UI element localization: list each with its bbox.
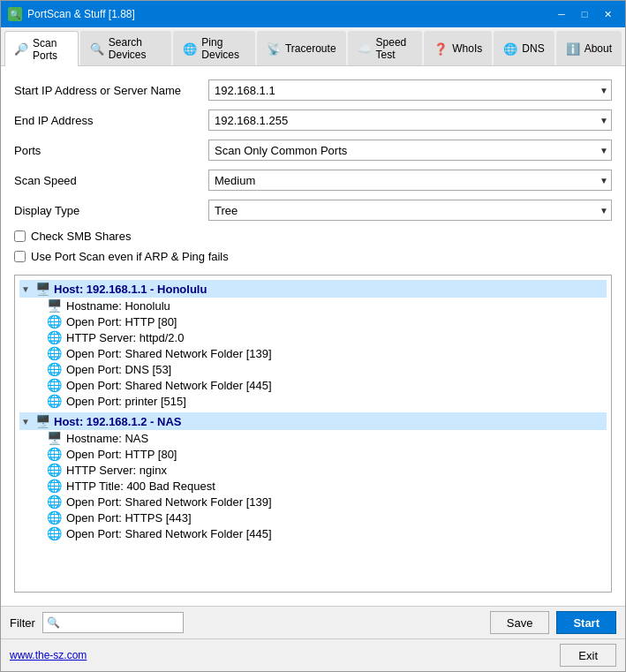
scan-speed-select[interactable]: Medium (208, 170, 612, 191)
start-button[interactable]: Start (556, 611, 616, 634)
whois-icon: ❓ (434, 42, 448, 56)
item-text: HTTP Server: nginx (66, 464, 167, 477)
scan-speed-row: Scan Speed Medium ▼ (14, 170, 612, 191)
title-bar-left: 🔍 PortScan & Stuff [1.88] (8, 7, 135, 21)
item-text: Hostname: Honolulu (66, 299, 170, 313)
list-item: 🌐 Open Port: Shared Network Folder [139] (44, 345, 607, 361)
tree-host-2-children: 🖥️ Hostname: NAS 🌐 Open Port: HTTP [80] … (44, 430, 607, 541)
exit-button[interactable]: Exit (560, 644, 616, 667)
list-item: 🌐 HTTP Server: httpd/2.0 (44, 329, 607, 345)
tab-whois-label: WhoIs (452, 42, 482, 55)
list-item: 🌐 Open Port: HTTP [80] (44, 446, 607, 462)
maximize-button[interactable]: □ (574, 5, 595, 23)
list-item: 🌐 Open Port: printer [515] (44, 393, 607, 409)
tree-host-2-icon: 🖥️ (35, 414, 50, 428)
item-icon: 🌐 (46, 330, 62, 344)
item-text: Open Port: DNS [53] (66, 363, 171, 376)
item-icon: 🌐 (46, 479, 62, 493)
tab-whois[interactable]: ❓ WhoIs (424, 31, 492, 65)
ping-devices-icon: 🌐 (183, 42, 197, 56)
start-ip-row: Start IP Address or Server Name 192.168.… (14, 79, 612, 101)
display-type-wrapper: Tree ▼ (208, 200, 612, 221)
tab-dns[interactable]: 🌐 DNS (494, 31, 554, 65)
list-item: 🌐 HTTP Server: nginx (44, 462, 607, 478)
tab-search-devices-label: Search Devices (109, 36, 162, 61)
item-icon: 🖥️ (46, 298, 62, 313)
display-type-label: Display Type (14, 204, 208, 217)
display-type-select[interactable]: Tree (208, 200, 612, 221)
title-bar-controls: ─ □ ✕ (551, 5, 618, 23)
end-ip-wrapper: 192.168.1.255 ▼ (208, 109, 612, 131)
list-item: 🌐 Open Port: Shared Network Folder [445] (44, 525, 607, 541)
arp-ping-checkbox[interactable] (14, 251, 26, 262)
tree-host-1-children: 🖥️ Hostname: Honolulu 🌐 Open Port: HTTP … (44, 298, 607, 409)
start-ip-select[interactable]: 192.168.1.1 (208, 79, 612, 101)
list-item: 🌐 Open Port: HTTPS [443] (44, 510, 607, 525)
minimize-button[interactable]: ─ (551, 5, 572, 23)
end-ip-select[interactable]: 192.168.1.255 (208, 109, 612, 131)
item-icon: 🌐 (46, 510, 62, 525)
about-icon: ℹ️ (566, 42, 580, 56)
end-ip-label: End IP Address (14, 114, 208, 127)
tree-host-1: ▼ 🖥️ Host: 192.168.1.1 - Honolulu 🖥️ Hos… (19, 280, 607, 409)
tab-speed-test[interactable]: ☁️ Speed Test (348, 31, 423, 65)
start-ip-wrapper: 192.168.1.1 ▼ (208, 79, 612, 101)
list-item: 🖥️ Hostname: Honolulu (44, 298, 607, 313)
item-icon: 🌐 (46, 463, 62, 477)
item-icon: 🌐 (46, 362, 62, 376)
tab-scan-ports-label: Scan Ports (33, 37, 69, 62)
item-icon: 🌐 (46, 495, 62, 509)
item-text: Open Port: printer [515] (66, 395, 186, 408)
list-item: 🌐 Open Port: Shared Network Folder [139] (44, 494, 607, 510)
item-text: Open Port: Shared Network Folder [445] (66, 527, 272, 540)
tree-host-1-header[interactable]: ▼ 🖥️ Host: 192.168.1.1 - Honolulu (19, 280, 607, 298)
tab-scan-ports[interactable]: 🔎 Scan Ports (4, 31, 79, 66)
close-button[interactable]: ✕ (597, 5, 618, 23)
smb-checkbox[interactable] (14, 230, 26, 242)
tab-bar: 🔎 Scan Ports 🔍 Search Devices 🌐 Ping Dev… (1, 27, 625, 66)
tree-host-2-header[interactable]: ▼ 🖥️ Host: 192.168.1.2 - NAS (19, 412, 607, 430)
title-bar: 🔍 PortScan & Stuff [1.88] ─ □ ✕ (1, 1, 625, 27)
speed-test-icon: ☁️ (358, 42, 372, 56)
scan-speed-label: Scan Speed (14, 174, 208, 187)
ports-label: Ports (14, 144, 208, 157)
filter-input[interactable] (42, 612, 184, 633)
window-title: PortScan & Stuff [1.88] (27, 8, 135, 20)
tree-expand-2[interactable]: ▼ (21, 417, 32, 427)
tab-ping-devices-label: Ping Devices (201, 36, 245, 61)
arp-ping-label: Use Port Scan even if ARP & Ping fails (31, 250, 229, 263)
save-button[interactable]: Save (490, 611, 550, 634)
item-icon: 🌐 (46, 394, 62, 408)
tree-host-1-label: Host: 192.168.1.1 - Honolulu (54, 283, 207, 296)
tree-expand-1[interactable]: ▼ (21, 284, 32, 294)
tree-results-area[interactable]: ▼ 🖥️ Host: 192.168.1.1 - Honolulu 🖥️ Hos… (14, 275, 612, 593)
ports-wrapper: Scan Only Common Ports ▼ (208, 140, 612, 161)
tree-host-2: ▼ 🖥️ Host: 192.168.1.2 - NAS 🖥️ Hostname… (19, 412, 607, 541)
list-item: 🌐 Open Port: Shared Network Folder [445] (44, 377, 607, 393)
search-devices-icon: 🔍 (90, 42, 104, 56)
dns-icon: 🌐 (503, 42, 517, 56)
tab-search-devices[interactable]: 🔍 Search Devices (80, 31, 172, 65)
tab-about[interactable]: ℹ️ About (556, 31, 622, 65)
item-icon: 🌐 (46, 314, 62, 328)
arp-checkbox-row: Use Port Scan even if ARP & Ping fails (14, 250, 612, 263)
item-icon: 🖥️ (46, 431, 62, 445)
item-text: Open Port: Shared Network Folder [139] (66, 347, 272, 360)
tree-host-2-label: Host: 192.168.1.2 - NAS (54, 415, 182, 428)
tree-host-1-icon: 🖥️ (35, 282, 50, 296)
ports-row: Ports Scan Only Common Ports ▼ (14, 140, 612, 161)
website-link[interactable]: www.the-sz.com (10, 649, 87, 661)
tab-ping-devices[interactable]: 🌐 Ping Devices (173, 31, 255, 65)
scan-ports-icon: 🔎 (14, 42, 28, 57)
tab-traceroute[interactable]: 📡 Traceroute (257, 31, 346, 65)
filter-label: Filter (10, 616, 35, 630)
smb-checkbox-row: Check SMB Shares (14, 230, 612, 243)
tab-about-label: About (585, 42, 612, 55)
ports-select[interactable]: Scan Only Common Ports (208, 140, 612, 161)
filter-search-icon: 🔍 (47, 616, 60, 629)
main-content: Start IP Address or Server Name 192.168.… (1, 66, 625, 606)
app-icon: 🔍 (8, 7, 22, 21)
item-icon: 🌐 (46, 447, 62, 461)
list-item: 🌐 HTTP Title: 400 Bad Request (44, 478, 607, 494)
item-text: HTTP Server: httpd/2.0 (66, 331, 184, 344)
